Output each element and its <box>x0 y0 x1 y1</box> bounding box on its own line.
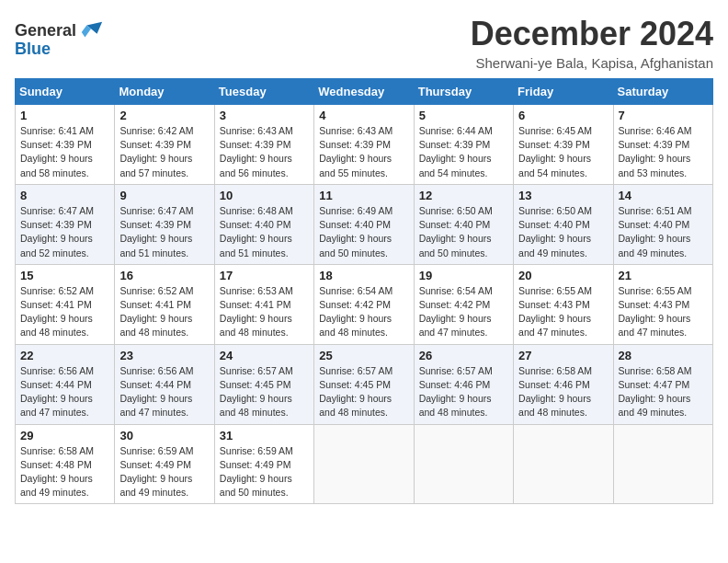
logo-text-general: General <box>15 22 76 40</box>
day-cell: 22Sunrise: 6:56 AMSunset: 4:44 PMDayligh… <box>16 344 115 424</box>
calendar-title: December 2024 <box>471 15 713 53</box>
day-info: Sunrise: 6:48 AMSunset: 4:40 PMDaylight:… <box>220 204 309 260</box>
header-cell-thursday: Thursday <box>414 79 513 105</box>
day-number: 30 <box>119 429 209 442</box>
logo-icon <box>78 18 104 44</box>
day-info: Sunrise: 6:56 AMSunset: 4:44 PMDaylight:… <box>20 364 109 420</box>
day-number: 14 <box>619 189 708 202</box>
logo: General Blue <box>15 18 104 59</box>
day-info: Sunrise: 6:43 AMSunset: 4:39 PMDaylight:… <box>220 124 309 180</box>
day-number: 18 <box>319 269 408 282</box>
day-number: 19 <box>419 269 508 282</box>
day-number: 7 <box>619 109 708 122</box>
day-number: 13 <box>518 189 608 202</box>
day-info: Sunrise: 6:57 AMSunset: 4:45 PMDaylight:… <box>220 364 309 420</box>
day-cell <box>514 424 613 504</box>
day-number: 6 <box>518 109 608 122</box>
day-info: Sunrise: 6:41 AMSunset: 4:39 PMDaylight:… <box>20 124 109 180</box>
day-info: Sunrise: 6:49 AMSunset: 4:40 PMDaylight:… <box>319 204 408 260</box>
day-info: Sunrise: 6:51 AMSunset: 4:40 PMDaylight:… <box>619 204 708 260</box>
day-info: Sunrise: 6:50 AMSunset: 4:40 PMDaylight:… <box>419 204 508 260</box>
calendar-subtitle: Sherwani-ye Bala, Kapisa, Afghanistan <box>471 55 713 71</box>
day-number: 28 <box>619 349 708 362</box>
day-info: Sunrise: 6:58 AMSunset: 4:46 PMDaylight:… <box>518 364 608 420</box>
day-info: Sunrise: 6:54 AMSunset: 4:42 PMDaylight:… <box>419 284 508 340</box>
day-number: 17 <box>220 269 309 282</box>
day-number: 3 <box>220 109 309 122</box>
day-number: 24 <box>220 349 309 362</box>
day-info: Sunrise: 6:58 AMSunset: 4:48 PMDaylight:… <box>20 444 109 500</box>
day-cell: 30Sunrise: 6:59 AMSunset: 4:49 PMDayligh… <box>115 424 214 504</box>
day-info: Sunrise: 6:55 AMSunset: 4:43 PMDaylight:… <box>518 284 608 340</box>
day-cell: 1Sunrise: 6:41 AMSunset: 4:39 PMDaylight… <box>16 105 115 185</box>
day-cell: 10Sunrise: 6:48 AMSunset: 4:40 PMDayligh… <box>214 184 313 264</box>
day-cell: 28Sunrise: 6:58 AMSunset: 4:47 PMDayligh… <box>613 344 712 424</box>
day-info: Sunrise: 6:57 AMSunset: 4:45 PMDaylight:… <box>319 364 408 420</box>
day-info: Sunrise: 6:46 AMSunset: 4:39 PMDaylight:… <box>619 124 708 180</box>
day-number: 10 <box>220 189 309 202</box>
header-cell-friday: Friday <box>514 79 613 105</box>
header-cell-wednesday: Wednesday <box>314 79 414 105</box>
day-number: 15 <box>20 269 109 282</box>
header-cell-saturday: Saturday <box>613 79 712 105</box>
day-cell: 6Sunrise: 6:45 AMSunset: 4:39 PMDaylight… <box>514 105 613 185</box>
day-info: Sunrise: 6:45 AMSunset: 4:39 PMDaylight:… <box>518 124 608 180</box>
logo-text-blue: Blue <box>15 40 51 59</box>
week-row-2: 8Sunrise: 6:47 AMSunset: 4:39 PMDaylight… <box>16 184 713 264</box>
day-cell: 29Sunrise: 6:58 AMSunset: 4:48 PMDayligh… <box>16 424 115 504</box>
day-number: 9 <box>119 189 209 202</box>
day-cell: 12Sunrise: 6:50 AMSunset: 4:40 PMDayligh… <box>414 184 513 264</box>
day-cell: 2Sunrise: 6:42 AMSunset: 4:39 PMDaylight… <box>115 105 214 185</box>
day-info: Sunrise: 6:56 AMSunset: 4:44 PMDaylight:… <box>119 364 209 420</box>
week-row-3: 15Sunrise: 6:52 AMSunset: 4:41 PMDayligh… <box>16 264 713 344</box>
day-cell: 9Sunrise: 6:47 AMSunset: 4:39 PMDaylight… <box>115 184 214 264</box>
day-cell: 7Sunrise: 6:46 AMSunset: 4:39 PMDaylight… <box>613 105 712 185</box>
page-header: General Blue December 2024 Sherwani-ye B… <box>15 15 713 71</box>
day-number: 5 <box>419 109 508 122</box>
header-cell-monday: Monday <box>115 79 214 105</box>
day-info: Sunrise: 6:47 AMSunset: 4:39 PMDaylight:… <box>20 204 109 260</box>
day-info: Sunrise: 6:50 AMSunset: 4:40 PMDaylight:… <box>518 204 608 260</box>
day-cell: 4Sunrise: 6:43 AMSunset: 4:39 PMDaylight… <box>314 105 414 185</box>
day-cell <box>613 424 712 504</box>
day-info: Sunrise: 6:52 AMSunset: 4:41 PMDaylight:… <box>119 284 209 340</box>
day-cell: 20Sunrise: 6:55 AMSunset: 4:43 PMDayligh… <box>514 264 613 344</box>
week-row-5: 29Sunrise: 6:58 AMSunset: 4:48 PMDayligh… <box>16 424 713 504</box>
day-info: Sunrise: 6:43 AMSunset: 4:39 PMDaylight:… <box>319 124 408 180</box>
day-cell: 19Sunrise: 6:54 AMSunset: 4:42 PMDayligh… <box>414 264 513 344</box>
week-row-4: 22Sunrise: 6:56 AMSunset: 4:44 PMDayligh… <box>16 344 713 424</box>
day-info: Sunrise: 6:57 AMSunset: 4:46 PMDaylight:… <box>419 364 508 420</box>
day-cell: 5Sunrise: 6:44 AMSunset: 4:39 PMDaylight… <box>414 105 513 185</box>
day-info: Sunrise: 6:59 AMSunset: 4:49 PMDaylight:… <box>220 444 309 500</box>
day-cell <box>314 424 414 504</box>
day-number: 21 <box>619 269 708 282</box>
day-cell: 25Sunrise: 6:57 AMSunset: 4:45 PMDayligh… <box>314 344 414 424</box>
day-cell: 16Sunrise: 6:52 AMSunset: 4:41 PMDayligh… <box>115 264 214 344</box>
day-info: Sunrise: 6:47 AMSunset: 4:39 PMDaylight:… <box>119 204 209 260</box>
day-number: 27 <box>518 349 608 362</box>
day-number: 31 <box>220 429 309 442</box>
week-row-1: 1Sunrise: 6:41 AMSunset: 4:39 PMDaylight… <box>16 105 713 185</box>
day-number: 16 <box>119 269 209 282</box>
day-number: 2 <box>119 109 209 122</box>
day-cell: 14Sunrise: 6:51 AMSunset: 4:40 PMDayligh… <box>613 184 712 264</box>
day-info: Sunrise: 6:42 AMSunset: 4:39 PMDaylight:… <box>119 124 209 180</box>
day-number: 25 <box>319 349 408 362</box>
day-cell <box>414 424 513 504</box>
day-cell: 26Sunrise: 6:57 AMSunset: 4:46 PMDayligh… <box>414 344 513 424</box>
day-number: 26 <box>419 349 508 362</box>
day-number: 4 <box>319 109 408 122</box>
day-cell: 23Sunrise: 6:56 AMSunset: 4:44 PMDayligh… <box>115 344 214 424</box>
day-info: Sunrise: 6:52 AMSunset: 4:41 PMDaylight:… <box>20 284 109 340</box>
day-cell: 31Sunrise: 6:59 AMSunset: 4:49 PMDayligh… <box>214 424 313 504</box>
day-info: Sunrise: 6:58 AMSunset: 4:47 PMDaylight:… <box>619 364 708 420</box>
day-info: Sunrise: 6:59 AMSunset: 4:49 PMDaylight:… <box>119 444 209 500</box>
day-cell: 24Sunrise: 6:57 AMSunset: 4:45 PMDayligh… <box>214 344 313 424</box>
day-cell: 17Sunrise: 6:53 AMSunset: 4:41 PMDayligh… <box>214 264 313 344</box>
day-info: Sunrise: 6:53 AMSunset: 4:41 PMDaylight:… <box>220 284 309 340</box>
day-info: Sunrise: 6:55 AMSunset: 4:43 PMDaylight:… <box>619 284 708 340</box>
day-cell: 18Sunrise: 6:54 AMSunset: 4:42 PMDayligh… <box>314 264 414 344</box>
day-number: 1 <box>20 109 109 122</box>
day-cell: 15Sunrise: 6:52 AMSunset: 4:41 PMDayligh… <box>16 264 115 344</box>
day-info: Sunrise: 6:54 AMSunset: 4:42 PMDaylight:… <box>319 284 408 340</box>
